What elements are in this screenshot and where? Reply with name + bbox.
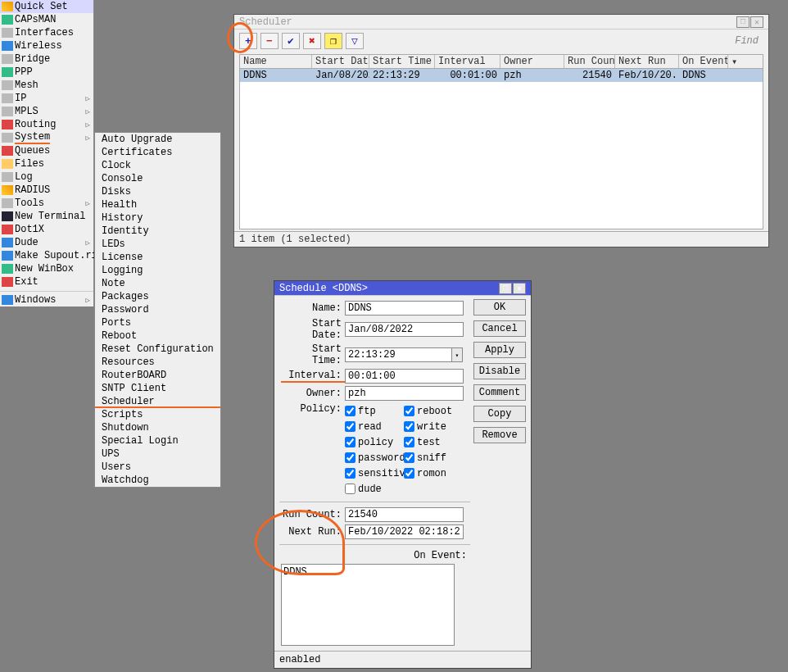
column-header[interactable]: Name (240, 55, 312, 68)
policy-dude-checkbox[interactable]: dude (345, 481, 404, 497)
checkbox-icon[interactable] (345, 452, 356, 463)
policy-ftp-checkbox[interactable]: ftp (345, 403, 404, 419)
submenu-item-scheduler[interactable]: Scheduler (95, 395, 220, 408)
starttime-field[interactable] (345, 347, 452, 362)
copy-button[interactable]: Copy (473, 406, 526, 422)
sidebar-item-log[interactable]: Log (0, 170, 93, 184)
checkbox-icon[interactable] (345, 437, 356, 447)
cancel-button[interactable]: Cancel (473, 320, 526, 337)
submenu-item-ups[interactable]: UPS (95, 447, 220, 461)
sidebar-item-ppp[interactable]: PPP (0, 66, 93, 79)
submenu-item-identity[interactable]: Identity (95, 225, 220, 238)
filter-button[interactable]: ▽ (346, 33, 364, 49)
remove-button[interactable]: Remove (473, 427, 526, 443)
comment-button[interactable]: ❐ (324, 33, 342, 49)
checkbox-icon[interactable] (345, 484, 356, 494)
sidebar-item-interfaces[interactable]: Interfaces (0, 26, 93, 39)
sidebar-item-quick-set[interactable]: Quick Set (0, 0, 93, 13)
submenu-item-logging[interactable]: Logging (95, 264, 220, 277)
submenu-item-disks[interactable]: Disks (95, 185, 220, 198)
policy-test-checkbox[interactable]: test (404, 434, 463, 450)
disable-button[interactable]: ✖ (303, 33, 321, 49)
dialog-titlebar[interactable]: Schedule <DDNS> □ ✕ (274, 281, 531, 296)
submenu-item-auto-upgrade[interactable]: Auto Upgrade (95, 133, 220, 146)
sidebar-item-radius[interactable]: RADIUS (0, 184, 93, 197)
column-header[interactable]: On Event (679, 55, 728, 68)
checkbox-icon[interactable] (404, 452, 414, 463)
sidebar-item-dot1x[interactable]: Dot1X (0, 223, 93, 236)
sidebar-item-make-supout-rif[interactable]: Make Supout.rif (0, 249, 93, 262)
column-header[interactable]: Start Time (369, 55, 435, 68)
submenu-item-special-login[interactable]: Special Login (95, 434, 220, 447)
checkbox-icon[interactable] (345, 468, 356, 479)
submenu-item-scripts[interactable]: Scripts (95, 408, 220, 421)
checkbox-icon[interactable] (345, 421, 356, 432)
close-button[interactable]: ✕ (750, 16, 763, 28)
sidebar-item-windows[interactable]: Windows ▷ (0, 293, 93, 306)
submenu-item-leds[interactable]: LEDs (95, 238, 220, 251)
submenu-item-watchdog[interactable]: Watchdog (95, 474, 220, 487)
column-header[interactable]: Owner (500, 55, 564, 68)
name-field[interactable] (345, 301, 464, 316)
sidebar-item-mesh[interactable]: Mesh (0, 79, 93, 92)
onevent-textarea[interactable]: DDNS (281, 564, 455, 646)
checkbox-icon[interactable] (404, 437, 414, 447)
sidebar-item-bridge[interactable]: Bridge (0, 52, 93, 66)
column-header[interactable]: Interval (435, 55, 500, 68)
policy-write-checkbox[interactable]: write (404, 419, 463, 434)
submenu-item-sntp-client[interactable]: SNTP Client (95, 382, 220, 395)
submenu-item-password[interactable]: Password (95, 303, 220, 316)
maximize-button[interactable]: □ (736, 16, 750, 28)
sidebar-item-queues[interactable]: Queues (0, 144, 93, 157)
sidebar-item-system[interactable]: System▷ (0, 131, 93, 144)
remove-button[interactable]: − (260, 33, 279, 49)
window-titlebar[interactable]: Scheduler □ ✕ (234, 15, 768, 30)
submenu-item-note[interactable]: Note (95, 277, 220, 290)
checkbox-icon[interactable] (404, 468, 414, 479)
submenu-item-ports[interactable]: Ports (95, 316, 220, 329)
checkbox-icon[interactable] (404, 406, 414, 416)
checkbox-icon[interactable] (345, 406, 356, 416)
ok-button[interactable]: OK (473, 299, 526, 316)
column-header[interactable]: Next Run (615, 55, 679, 68)
policy-reboot-checkbox[interactable]: reboot (404, 403, 463, 419)
policy-policy-checkbox[interactable]: policy (345, 434, 404, 450)
sidebar-item-tools[interactable]: Tools▷ (0, 197, 93, 210)
sidebar-item-mpls[interactable]: MPLS▷ (0, 105, 93, 118)
submenu-item-history[interactable]: History (95, 211, 220, 225)
checkbox-icon[interactable] (404, 421, 414, 432)
submenu-item-license[interactable]: License (95, 251, 220, 264)
submenu-item-users[interactable]: Users (95, 461, 220, 474)
submenu-item-shutdown[interactable]: Shutdown (95, 421, 220, 434)
sidebar-item-new-terminal[interactable]: New Terminal (0, 210, 93, 223)
submenu-item-routerboard[interactable]: RouterBOARD (95, 369, 220, 382)
sidebar-item-wireless[interactable]: Wireless (0, 39, 93, 52)
apply-button[interactable]: Apply (473, 342, 526, 358)
column-header[interactable]: Start Date (312, 55, 369, 68)
sidebar-item-dude[interactable]: Dude▷ (0, 236, 93, 249)
submenu-item-certificates[interactable]: Certificates (95, 146, 220, 159)
sidebar-item-exit[interactable]: Exit (0, 275, 93, 288)
startdate-field[interactable] (345, 322, 464, 337)
close-button[interactable]: ✕ (513, 283, 526, 294)
submenu-item-resources[interactable]: Resources (95, 356, 220, 369)
column-menu-button[interactable]: ▾ (728, 55, 741, 68)
enable-button[interactable]: ✔ (282, 33, 300, 49)
maximize-button[interactable]: □ (499, 283, 512, 294)
find-label[interactable]: Find (735, 35, 763, 47)
interval-field[interactable] (345, 369, 464, 384)
policy-romon-checkbox[interactable]: romon (404, 465, 463, 481)
column-header[interactable]: Run Count (564, 55, 615, 68)
submenu-item-health[interactable]: Health (95, 198, 220, 211)
policy-sniff-checkbox[interactable]: sniff (404, 450, 463, 465)
submenu-item-console[interactable]: Console (95, 172, 220, 185)
submenu-item-clock[interactable]: Clock (95, 159, 220, 172)
submenu-item-reboot[interactable]: Reboot (95, 329, 220, 343)
sidebar-item-new-winbox[interactable]: New WinBox (0, 262, 93, 275)
submenu-item-reset-configuration[interactable]: Reset Configuration (95, 343, 220, 356)
disable-button[interactable]: Disable (473, 363, 526, 379)
policy-password-checkbox[interactable]: password (345, 450, 404, 465)
dropdown-button[interactable]: ▾ (451, 347, 463, 362)
table-row[interactable]: DDNSJan/08/202222:13:2900:01:00pzh21540F… (240, 69, 763, 82)
sidebar-item-ip[interactable]: IP▷ (0, 92, 93, 105)
